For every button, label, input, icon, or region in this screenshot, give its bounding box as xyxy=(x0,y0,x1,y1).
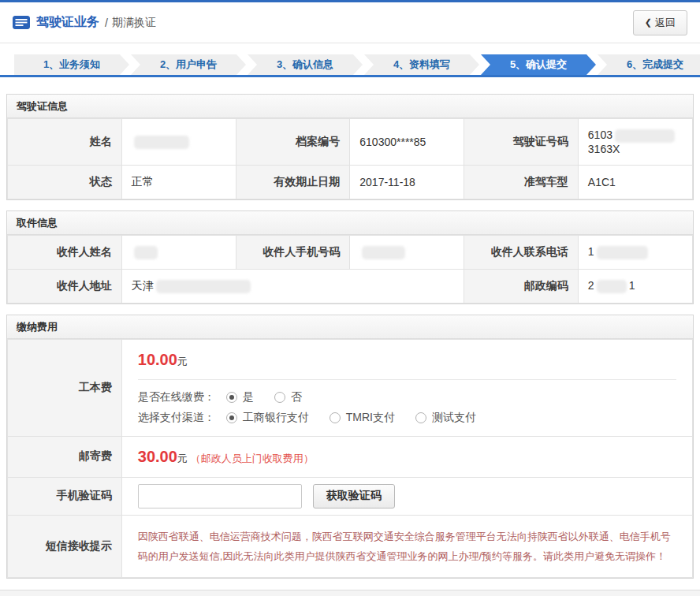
radio-unselected-icon xyxy=(415,412,426,423)
label-postage-fee: 邮寄费 xyxy=(8,436,122,477)
table-row: 邮寄费 30.00元（邮政人员上门收取费用） xyxy=(8,436,693,477)
label-postal-code: 邮政编码 xyxy=(464,269,579,303)
table-row: 状态 正常 有效期止日期 2017-11-18 准驾车型 A1C1 xyxy=(8,165,693,199)
value-recipient-mobile xyxy=(350,235,464,269)
pickup-info-section: 取件信息 收件人姓名 收件人手机号码 收件人联系电话 1 收件人地址 天津 邮政… xyxy=(6,210,694,304)
sms-code-content: 获取验证码 xyxy=(121,477,692,515)
redacted-value xyxy=(156,280,251,293)
table-row: 手机验证码 获取验证码 xyxy=(8,477,693,515)
step-6-complete-submit[interactable]: 6、完成提交 xyxy=(598,54,700,75)
step-5-confirm-submit[interactable]: 5、确认提交 xyxy=(481,54,596,75)
value-license-no: 61033163X xyxy=(578,119,692,166)
redacted-value xyxy=(615,129,675,143)
value-vehicle-class: A1C1 xyxy=(578,165,692,199)
postage-fee-amount-unit: 元 xyxy=(177,453,188,464)
chevron-left-icon: ❮ xyxy=(645,17,652,28)
breadcrumb-separator: / xyxy=(105,17,108,29)
table-row: 收件人姓名 收件人手机号码 收件人联系电话 1 xyxy=(8,235,693,269)
pickup-info-title: 取件信息 xyxy=(7,211,693,235)
stepbar-lead-spacer xyxy=(0,54,14,75)
page-title: 驾驶证业务 xyxy=(36,14,99,31)
value-name xyxy=(121,119,236,166)
pay-channel-row: 选择支付渠道： 工商银行支付 TMRI支付 测试支付 xyxy=(138,411,676,425)
value-recipient-address: 天津 xyxy=(121,269,464,303)
label-license-no: 驾驶证号码 xyxy=(464,119,579,166)
radio-online-pay-no[interactable]: 否 xyxy=(274,390,302,404)
online-pay-block: 是否在线缴费： 是 否 选择支付渠道： xyxy=(138,379,676,425)
get-code-button[interactable]: 获取验证码 xyxy=(313,484,395,508)
fees-table: 工本费 10.00元 是否在线缴费： 是 xyxy=(7,339,693,579)
value-valid-until: 2017-11-18 xyxy=(350,165,464,199)
sms-code-input[interactable] xyxy=(138,484,302,508)
radio-selected-icon xyxy=(226,412,237,423)
label-recipient-address: 收件人地址 xyxy=(8,269,122,303)
label-recipient-name: 收件人姓名 xyxy=(8,235,122,269)
online-pay-row: 是否在线缴费： 是 否 xyxy=(138,390,676,404)
redacted-value xyxy=(362,246,405,259)
radio-channel-test[interactable]: 测试支付 xyxy=(415,411,476,425)
online-pay-question: 是否在线缴费： xyxy=(138,390,215,404)
license-info-title: 驾驶证信息 xyxy=(7,95,693,118)
redacted-value xyxy=(597,246,648,259)
table-row: 收件人地址 天津 邮政编码 21 xyxy=(8,269,693,303)
step-2-user-declaration[interactable]: 2、用户申告 xyxy=(131,54,246,75)
postage-fee-amount-number: 30.00 xyxy=(138,448,177,465)
main-content: 驾驶证信息 姓名 档案编号 610300****85 驾驶证号码 6103316… xyxy=(0,77,700,589)
sms-notice-content: 因陕西省联通、电信运营商技术问题，陕西省互联网交通安全综合服务管理平台无法向持陕… xyxy=(121,515,692,578)
license-info-table: 姓名 档案编号 610300****85 驾驶证号码 61033163X 状态 … xyxy=(7,118,693,199)
label-sms-notice: 短信接收提示 xyxy=(8,515,122,578)
step-1-business-notice[interactable]: 1、业务须知 xyxy=(14,54,129,75)
pay-channel-question: 选择支付渠道： xyxy=(138,411,215,425)
radio-selected-icon xyxy=(226,392,237,403)
radio-online-pay-yes[interactable]: 是 xyxy=(226,390,254,404)
value-file-no: 610300****85 xyxy=(350,119,464,166)
step-3-confirm-info[interactable]: 3、确认信息 xyxy=(248,54,363,75)
value-status: 正常 xyxy=(121,165,236,199)
label-status: 状态 xyxy=(8,165,122,199)
value-postal-code: 21 xyxy=(578,269,692,303)
label-file-no: 档案编号 xyxy=(236,119,350,166)
redacted-value xyxy=(134,136,189,149)
radio-channel-icbc[interactable]: 工商银行支付 xyxy=(226,411,309,425)
label-recipient-phone: 收件人联系电话 xyxy=(464,235,579,269)
license-business-icon xyxy=(13,16,30,29)
pickup-info-table: 收件人姓名 收件人手机号码 收件人联系电话 1 收件人地址 天津 邮政编码 21 xyxy=(7,235,693,304)
radio-unselected-icon xyxy=(274,392,285,403)
table-row: 短信接收提示 因陕西省联通、电信运营商技术问题，陕西省互联网交通安全综合服务管理… xyxy=(8,515,693,578)
radio-unselected-icon xyxy=(330,412,341,423)
value-recipient-name xyxy=(121,235,236,269)
card-fee-content: 10.00元 是否在线缴费： 是 否 xyxy=(121,339,692,436)
fees-title: 缴纳费用 xyxy=(7,315,693,339)
card-fee-amount-number: 10.00 xyxy=(138,351,177,368)
label-valid-until: 有效期止日期 xyxy=(236,165,350,199)
step-progress-bar: 1、业务须知 2、用户申告 3、确认信息 4、资料填写 5、确认提交 6、完成提… xyxy=(0,54,700,77)
table-row: 姓名 档案编号 610300****85 驾驶证号码 61033163X xyxy=(8,119,693,166)
app-header: 驾驶证业务 / 期满换证 ❮ 返回 xyxy=(0,2,700,43)
breadcrumb-current: 期满换证 xyxy=(112,16,156,30)
fees-section: 缴纳费用 工本费 10.00元 是否在线缴费： 是 xyxy=(6,315,694,579)
label-sms-code: 手机验证码 xyxy=(8,477,122,515)
license-info-section: 驾驶证信息 姓名 档案编号 610300****85 驾驶证号码 6103316… xyxy=(6,94,694,200)
footer-action-bar: 上一步 完成 xyxy=(0,590,700,596)
card-fee-amount-unit: 元 xyxy=(177,356,188,367)
label-recipient-mobile: 收件人手机号码 xyxy=(236,235,350,269)
postage-fee-content: 30.00元（邮政人员上门收取费用） xyxy=(121,436,692,477)
card-fee-amount: 10.00元 xyxy=(138,351,676,369)
postage-fee-note: （邮政人员上门收取费用） xyxy=(191,453,314,464)
table-row: 工本费 10.00元 是否在线缴费： 是 xyxy=(8,339,693,436)
back-button[interactable]: ❮ 返回 xyxy=(633,10,687,35)
radio-channel-tmri[interactable]: TMRI支付 xyxy=(330,411,395,425)
redacted-value xyxy=(597,280,627,293)
back-button-label: 返回 xyxy=(655,16,676,30)
label-vehicle-class: 准驾车型 xyxy=(464,165,579,199)
value-recipient-phone: 1 xyxy=(578,235,692,269)
label-card-fee: 工本费 xyxy=(8,339,122,436)
label-name: 姓名 xyxy=(8,119,122,166)
redacted-value xyxy=(134,246,158,259)
step-4-fill-data[interactable]: 4、资料填写 xyxy=(364,54,479,75)
sms-notice-text: 因陕西省联通、电信运营商技术问题，陕西省互联网交通安全综合服务管理平台无法向持陕… xyxy=(138,527,676,567)
